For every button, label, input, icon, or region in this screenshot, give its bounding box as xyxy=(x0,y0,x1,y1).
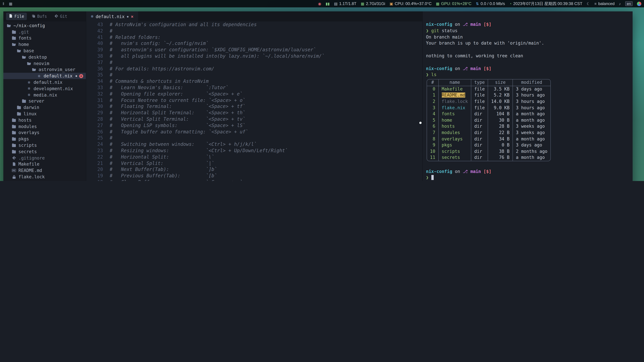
close-icon[interactable]: × xyxy=(131,14,134,19)
tree-item[interactable]: desktop xyxy=(3,54,86,60)
code-segment: # xyxy=(110,28,112,33)
gpu-fan-indicator[interactable]: ◉ xyxy=(318,2,321,5)
code-text: # all plugins will be installed into(by … xyxy=(110,53,422,59)
line-number: 40 xyxy=(92,40,106,47)
line-number: 38 xyxy=(92,53,106,59)
code-line[interactable]: 26# Toggle buffer auto formatting: `<Spa… xyxy=(86,129,422,135)
code-text: # nvim's config: `~/.config/nvim` xyxy=(110,40,422,47)
volume-indicator[interactable]: ♪ xyxy=(619,2,621,5)
folder-open-icon xyxy=(31,67,37,72)
code-line[interactable]: 38# all plugins will be installed into(b… xyxy=(86,53,422,59)
buffer-tab[interactable]: ❄ default.nix ● × xyxy=(86,11,138,21)
power-profile-icon: ≡ xyxy=(594,2,596,5)
code-line[interactable]: 37# xyxy=(86,59,422,66)
code-segment: # xyxy=(110,60,112,65)
code-line[interactable]: 28# Vertical Split Terminal: `<Space> + … xyxy=(86,116,422,122)
tree-item[interactable]: ❄default.nix xyxy=(3,79,86,85)
ls-size: 14.0 KB xyxy=(488,98,513,105)
tree-item[interactable]: base xyxy=(3,48,86,54)
system-bar: ‖▦ ◉▮▮▤1.1T/1.8T▦2.7Gi/31Gi▣CPU: 00.4%+3… xyxy=(0,0,644,7)
clock-indicator[interactable]: ◔2023年07月13日 星期四 00:39:38 CST xyxy=(509,1,582,6)
code-line[interactable]: 31# Focus Neotree to current file: `<Spa… xyxy=(86,97,422,103)
ls-size: 76 B xyxy=(488,155,513,161)
tree-item[interactable]: ❄development.nix xyxy=(3,85,86,92)
folder-icon xyxy=(11,118,17,122)
code-line[interactable]: 42# xyxy=(86,28,422,34)
code-line[interactable]: 29# Horizontal Split Terminal: `<Space> … xyxy=(86,110,422,116)
code-line[interactable]: 41# Related folders: xyxy=(86,34,422,40)
ls-row: 11secretsdir76 Ba month ago xyxy=(427,155,550,161)
tree-item-name: ~/nix-config xyxy=(14,23,45,28)
tree-item[interactable]: astronvim_user xyxy=(3,66,86,73)
code-line[interactable]: 27# Opening LSP symbols: `<Space> + lS` xyxy=(86,122,422,129)
sidebar-tab-file[interactable]: File xyxy=(6,13,27,20)
tree-item[interactable]: ❄default.nix●× xyxy=(3,73,86,79)
code-segment: # Next Buffer(Tab): `]b` xyxy=(110,167,217,172)
file-tree[interactable]: ~/nix-config.gitfontshomebasedesktopneov… xyxy=(3,21,86,181)
tree-item[interactable]: ~/nix-config xyxy=(3,22,86,29)
tree-item[interactable]: ❄flake.nix xyxy=(3,180,86,181)
cpu-indicator[interactable]: ▣CPU: 00.4%+37.0°C xyxy=(390,1,432,6)
sign-column xyxy=(106,147,110,154)
tree-item[interactable]: Makefile xyxy=(3,161,86,167)
tree-item[interactable]: .gitignore xyxy=(3,155,86,161)
memory-indicator[interactable]: ▦2.7Gi/31Gi xyxy=(361,1,385,6)
network-indicator[interactable]: ⇅0.0 / 0.0 Mb/s xyxy=(476,1,505,6)
code-line[interactable]: 35# xyxy=(86,72,422,78)
tree-item[interactable]: overlays xyxy=(3,130,86,136)
tree-item[interactable]: scripts xyxy=(3,142,86,148)
line-number: 34 xyxy=(92,78,106,84)
code-line[interactable]: 18# Close Buffer: `<Space> + c` xyxy=(86,179,422,181)
code-line[interactable]: 33# Learn Neovim's Basics: `:Tutor` xyxy=(86,84,422,91)
code-line[interactable]: 30# Floating Terminal: `<Space> + tf` xyxy=(86,103,422,110)
code-line[interactable]: 39# astronvim's user configuration: `$XD… xyxy=(86,46,422,53)
tree-item[interactable]: flake.lock xyxy=(3,174,86,180)
power-profile-indicator[interactable]: ≡balanced xyxy=(594,1,614,6)
night-light-indicator[interactable]: ☾ xyxy=(587,2,590,5)
disk-indicator[interactable]: ▤1.1T/1.8T xyxy=(334,1,356,6)
sidebar-tab-bufs[interactable]: Bufs xyxy=(29,13,50,20)
ls-index: 3 xyxy=(427,105,438,111)
fold-column xyxy=(86,129,92,135)
code-text: # xyxy=(110,59,422,66)
code-line[interactable]: 22# Horizontal Split: `\` xyxy=(86,154,422,160)
code-line[interactable]: 32# Opening file explorer: `<Space> + e` xyxy=(86,91,422,97)
tree-item[interactable]: linux xyxy=(3,111,86,117)
code-line[interactable]: 25# xyxy=(86,135,422,141)
code-line[interactable]: 23# Resizing windows: `<Ctrl> + Up/Down/… xyxy=(86,147,422,154)
line-number: 32 xyxy=(92,91,106,97)
code-line[interactable]: 43# AstroNvim's configuration and all it… xyxy=(86,21,422,28)
keyboard-layout-label: en xyxy=(625,1,633,6)
ls-type: file xyxy=(471,92,488,98)
sidebar-tab-git[interactable]: Git xyxy=(52,13,70,20)
code-text: # Focus Neotree to current file: `<Space… xyxy=(110,97,422,103)
tree-item[interactable]: ❄media.nix xyxy=(3,92,86,98)
tree-item[interactable]: hosts xyxy=(3,117,86,123)
tree-item[interactable]: fonts xyxy=(3,35,86,41)
usage-bars-indicator[interactable]: ▮▮ xyxy=(326,2,330,5)
tree-item[interactable]: server xyxy=(3,98,86,104)
editor-lines[interactable]: 43# AstroNvim's configuration and all it… xyxy=(86,21,422,181)
code-line[interactable]: 40# nvim's config: `~/.config/nvim` xyxy=(86,40,422,47)
tree-item[interactable]: darwin xyxy=(3,104,86,111)
ls-index: 11 xyxy=(427,155,438,161)
keyboard-layout-indicator[interactable]: en xyxy=(625,1,633,6)
terminal-pane[interactable]: nix-config on ⎇ main [$]❯ git statusOn b… xyxy=(422,11,632,181)
distro-indicator[interactable] xyxy=(637,1,641,6)
code-line[interactable]: 21# Vertical Split: `|` xyxy=(86,160,422,166)
tree-item[interactable]: pkgs xyxy=(3,136,86,142)
tree-item[interactable]: .git xyxy=(3,29,86,35)
code-line[interactable]: 19# Previous Buffer(Tab): `[b` xyxy=(86,173,422,179)
tree-item[interactable]: secrets xyxy=(3,148,86,155)
line-number: 35 xyxy=(92,72,106,78)
gpu-indicator[interactable]: ▩GPU: 01%+28°C xyxy=(436,1,472,6)
terminal-line: nix-config on ⎇ main [$] xyxy=(426,168,632,175)
tree-item[interactable]: README.md xyxy=(3,167,86,174)
code-line[interactable]: 24# Switching between windows: `<Ctrl> +… xyxy=(86,141,422,147)
code-line[interactable]: 20# Next Buffer(Tab): `]b` xyxy=(86,166,422,173)
tree-item[interactable]: modules xyxy=(3,123,86,130)
tree-item[interactable]: home xyxy=(3,41,86,48)
tree-item[interactable]: neovim xyxy=(3,60,86,67)
code-line[interactable]: 36# For details: https://astronvim.com/ xyxy=(86,65,422,72)
code-line[interactable]: 34# Commands & shortcuts in AstroNvim xyxy=(86,78,422,84)
